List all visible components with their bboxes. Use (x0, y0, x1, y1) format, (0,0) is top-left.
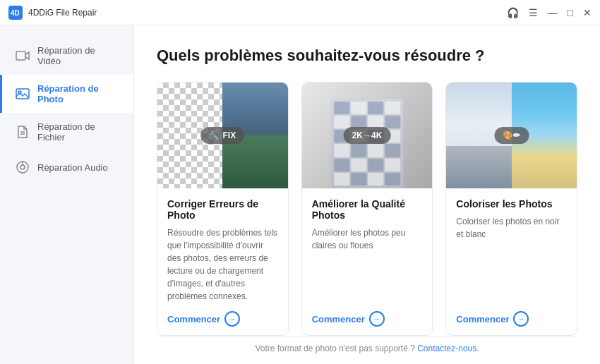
cards-grid: 🔧FIX Corriger Erreurs de Photo Résoudre … (157, 82, 577, 336)
sidebar-item-photo[interactable]: Réparation de Photo (0, 75, 133, 113)
svg-rect-4 (16, 89, 29, 99)
card-fix-desc: Résoudre des problèmes tels que l'imposs… (167, 226, 278, 303)
file-icon (15, 124, 30, 140)
sidebar-item-audio[interactable]: Réparation Audio (0, 151, 133, 183)
photo-icon (15, 86, 30, 102)
card-upscale-title: Améliorer la Qualité Photos (312, 198, 423, 221)
fix-badge-text: FIX (222, 131, 236, 140)
card-fix-title: Corriger Erreurs de Photo (167, 198, 278, 221)
sidebar-label-photo: Réparation de Photo (37, 83, 121, 104)
svg-text:4D: 4D (11, 9, 20, 17)
menu-icon[interactable]: ☰ (529, 8, 538, 18)
sidebar: Réparation de Vidéo Réparation de Photo (0, 25, 134, 364)
minimize-button[interactable]: — (548, 8, 558, 18)
titlebar: 4D 4DDiG File Repair 🎧 ☰ — □ ✕ (0, 0, 600, 25)
audio-icon (15, 159, 30, 175)
footer-link[interactable]: Contactez-nous. (417, 344, 479, 353)
sidebar-label-audio: Réparation Audio (37, 162, 108, 173)
card-upscale: 2K→4K Améliorer la Qualité Photos Amélio… (301, 82, 433, 336)
headphone-icon[interactable]: 🎧 (507, 8, 519, 18)
card-fix-arrow-icon: → (224, 311, 240, 327)
video-icon (15, 48, 30, 63)
close-button[interactable]: ✕ (583, 8, 592, 18)
colorize-badge-text: 🎨✏ (503, 131, 520, 140)
card-upscale-image: 2K→4K (302, 83, 433, 188)
card-upscale-action[interactable]: Commencer → (312, 311, 423, 327)
svg-point-9 (20, 165, 25, 169)
upscale-badge-text: 2K→4K (352, 131, 383, 140)
footer-link-label: Contactez-nous. (417, 344, 479, 353)
upscale-badge: 2K→4K (344, 127, 391, 144)
footer: Votre format de photo n'est pas supporté… (157, 336, 577, 360)
main-layout: Réparation de Vidéo Réparation de Photo (0, 25, 600, 364)
card-upscale-desc: Améliorer les photos peu claires ou flou… (312, 226, 423, 303)
card-upscale-action-label: Commencer (312, 314, 365, 324)
card-fix-action-label: Commencer (167, 314, 220, 324)
card-fix-action[interactable]: Commencer → (167, 311, 278, 327)
fix-badge: 🔧FIX (200, 127, 244, 144)
sidebar-label-fichier: Réparation de Fichier (37, 121, 121, 142)
app-icon: 4D (8, 6, 23, 20)
sidebar-label-video: Réparation de Vidéo (37, 45, 121, 66)
card-colorize-image: 🎨✏ (446, 83, 577, 188)
card-colorize-arrow-icon: → (513, 311, 529, 327)
sidebar-item-fichier[interactable]: Réparation de Fichier (0, 113, 133, 151)
svg-rect-2 (16, 51, 25, 60)
sidebar-item-video[interactable]: Réparation de Vidéo (0, 37, 133, 75)
card-upscale-body: Améliorer la Qualité Photos Améliorer le… (302, 188, 433, 335)
colorize-badge: 🎨✏ (494, 127, 529, 144)
card-colorize-desc: Coloriser les photos en noir et blanc (456, 215, 567, 303)
titlebar-left: 4D 4DDiG File Repair (8, 6, 97, 20)
card-colorize-action-label: Commencer (456, 314, 509, 324)
footer-text: Votre format de photo n'est pas supporté… (255, 344, 414, 353)
card-colorize: 🎨✏ Coloriser les Photos Coloriser les ph… (445, 82, 577, 336)
maximize-button[interactable]: □ (568, 8, 573, 18)
card-upscale-arrow-icon: → (369, 311, 385, 327)
card-fix-errors: 🔧FIX Corriger Erreurs de Photo Résoudre … (157, 82, 289, 336)
app-title: 4DDiG File Repair (28, 8, 97, 18)
content-area: Quels problèmes souhaitez-vous résoudre … (134, 25, 600, 364)
window-controls: 🎧 ☰ — □ ✕ (507, 8, 592, 18)
card-fix-image: 🔧FIX (157, 83, 288, 188)
page-title: Quels problèmes souhaitez-vous résoudre … (157, 47, 577, 65)
card-colorize-title: Coloriser les Photos (456, 198, 567, 210)
card-colorize-action[interactable]: Commencer → (456, 311, 567, 327)
card-fix-body: Corriger Erreurs de Photo Résoudre des p… (157, 188, 288, 335)
card-colorize-body: Coloriser les Photos Coloriser les photo… (446, 188, 577, 335)
